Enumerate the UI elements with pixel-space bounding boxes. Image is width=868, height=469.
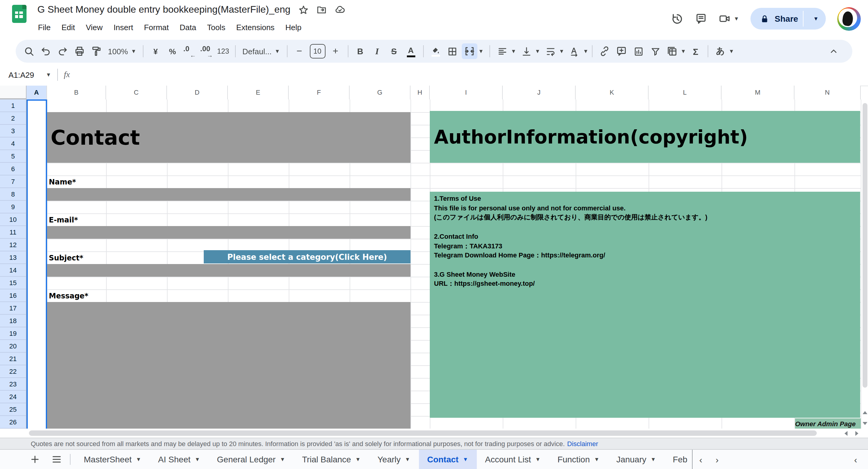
strikethrough-button[interactable]: S — [386, 43, 402, 59]
row-header-12[interactable]: 12 — [0, 239, 26, 251]
menu-edit[interactable]: Edit — [56, 21, 81, 34]
name-field-label[interactable]: Name* — [49, 176, 76, 188]
select-all-corner[interactable] — [0, 86, 27, 99]
sheets-logo-icon[interactable] — [12, 5, 27, 23]
input-method-dropdown-icon[interactable]: ▼ — [729, 49, 734, 54]
sheet-tab-menu-icon[interactable]: ▼ — [405, 457, 410, 462]
undo-icon[interactable] — [38, 43, 54, 59]
category-select-button[interactable]: Please select a category(Click Here) — [204, 250, 410, 263]
disclaimer-link[interactable]: Disclaimer — [567, 440, 598, 447]
row-header-3[interactable]: 3 — [0, 125, 26, 137]
tabs-scroll-left-icon[interactable]: ‹ — [692, 454, 709, 465]
percent-format-button[interactable]: % — [164, 43, 180, 59]
italic-button[interactable]: I — [369, 43, 385, 59]
add-sheet-icon[interactable] — [27, 451, 43, 468]
share-button[interactable]: Share ▼ — [750, 8, 826, 30]
row-header-8[interactable]: 8 — [0, 188, 26, 201]
bold-button[interactable]: B — [352, 43, 368, 59]
row-header-18[interactable]: 18 — [0, 315, 26, 327]
row-header-14[interactable]: 14 — [0, 264, 26, 277]
text-color-button[interactable]: A — [403, 43, 418, 59]
sheet-tab-menu-icon[interactable]: ▼ — [136, 457, 141, 462]
column-header-c[interactable]: C — [106, 86, 167, 99]
column-header-e[interactable]: E — [228, 86, 289, 99]
star-icon[interactable] — [299, 4, 309, 15]
row-header-9[interactable]: 9 — [0, 201, 26, 213]
scroll-up-button[interactable] — [861, 408, 868, 418]
sheet-tab-menu-icon[interactable]: ▼ — [195, 457, 200, 462]
currency-format-button[interactable]: ¥ — [148, 43, 163, 59]
insert-comment-icon[interactable] — [614, 43, 629, 59]
cloud-status-icon[interactable] — [335, 4, 345, 15]
sheet-tab-menu-icon[interactable]: ▼ — [463, 457, 468, 462]
column-header-m[interactable]: M — [721, 86, 795, 99]
text-rotation-button[interactable] — [567, 43, 582, 59]
sheet-tab-account-list[interactable]: Account List▼ — [476, 450, 549, 469]
all-sheets-icon[interactable] — [48, 451, 65, 468]
email-input-band[interactable] — [47, 226, 410, 239]
row-header-11[interactable]: 11 — [0, 226, 26, 239]
column-header-h[interactable]: H — [410, 86, 430, 99]
name-input-band[interactable] — [47, 188, 410, 201]
comment-history-icon[interactable] — [695, 13, 707, 25]
user-avatar[interactable] — [837, 7, 861, 30]
name-box-dropdown-icon[interactable]: ▼ — [46, 72, 51, 77]
menu-data[interactable]: Data — [174, 21, 202, 34]
input-method-button[interactable]: あ — [712, 43, 728, 59]
functions-button[interactable]: Σ — [688, 43, 704, 59]
vertical-scrollbar-thumb[interactable] — [863, 103, 867, 387]
sheet-tab-menu-icon[interactable]: ▼ — [535, 457, 541, 462]
menu-format[interactable]: Format — [138, 21, 174, 34]
text-rotation-dropdown-icon[interactable]: ▼ — [583, 49, 588, 54]
table-dropdown-icon[interactable]: ▼ — [681, 49, 686, 54]
vertical-align-dropdown-icon[interactable]: ▼ — [535, 49, 540, 54]
row-header-15[interactable]: 15 — [0, 277, 26, 289]
sheet-tab-mastersheet[interactable]: MasterSheet▼ — [75, 450, 150, 469]
sheet-tab-contact[interactable]: Contact▼ — [418, 450, 476, 469]
row-header-25[interactable]: 25 — [0, 403, 26, 416]
merge-cells-button[interactable] — [461, 43, 477, 59]
tabs-scroll-right-icon[interactable]: › — [709, 454, 725, 465]
row-header-21[interactable]: 21 — [0, 353, 26, 365]
column-header-a[interactable]: A — [27, 86, 47, 99]
sheet-tab-menu-icon[interactable]: ▼ — [594, 457, 599, 462]
row-header-4[interactable]: 4 — [0, 137, 26, 150]
insert-link-icon[interactable] — [597, 43, 613, 59]
redo-icon[interactable] — [55, 43, 70, 59]
print-icon[interactable] — [72, 43, 87, 59]
font-family-control[interactable]: Defaul... ▼ — [239, 47, 283, 56]
vertical-align-button[interactable] — [519, 43, 534, 59]
version-history-icon[interactable] — [671, 12, 684, 25]
message-input-band[interactable] — [47, 302, 410, 429]
author-header-band[interactable]: AuthorInformation(copyright) — [430, 111, 860, 163]
sheet-tab-menu-icon[interactable]: ▼ — [355, 457, 361, 462]
row-header-23[interactable]: 23 — [0, 378, 26, 390]
owner-admin-band[interactable]: Owner Admin Page — [795, 418, 861, 429]
sheet-tab-ai-sheet[interactable]: AI Sheet▼ — [150, 450, 209, 469]
row-header-22[interactable]: 22 — [0, 365, 26, 378]
subject-input-band[interactable] — [47, 264, 410, 277]
row-header-2[interactable]: 2 — [0, 112, 26, 125]
column-header-f[interactable]: F — [289, 86, 350, 99]
row-header-6[interactable]: 6 — [0, 163, 26, 176]
column-header-k[interactable]: K — [576, 86, 649, 99]
decrease-decimal-button[interactable]: .0← — [181, 43, 197, 59]
selected-column-a[interactable] — [27, 99, 47, 429]
document-title[interactable]: G Sheet Money double entry bookkeeping(M… — [37, 4, 290, 15]
search-icon[interactable] — [21, 43, 37, 59]
increase-decimal-button[interactable]: .00→ — [198, 43, 214, 59]
row-header-10[interactable]: 10 — [0, 213, 26, 226]
sheet-tab-function[interactable]: Function▼ — [549, 450, 608, 469]
message-field-label[interactable]: Message* — [49, 289, 88, 302]
scroll-down-button[interactable] — [861, 418, 868, 429]
sheet-tab-menu-icon[interactable]: ▼ — [280, 457, 285, 462]
row-header-5[interactable]: 5 — [0, 150, 26, 163]
name-box[interactable]: A1:A29 — [8, 70, 46, 79]
side-panel-collapse-icon[interactable]: ‹ — [854, 454, 857, 465]
fill-color-button[interactable] — [428, 43, 443, 59]
table-icon[interactable] — [664, 43, 680, 59]
sheet-tab-feb[interactable]: Feb — [664, 450, 692, 469]
horizontal-scrollbar-thumb[interactable] — [29, 430, 817, 436]
borders-button[interactable] — [444, 43, 460, 59]
subject-field-label[interactable]: Subject* — [49, 251, 83, 264]
